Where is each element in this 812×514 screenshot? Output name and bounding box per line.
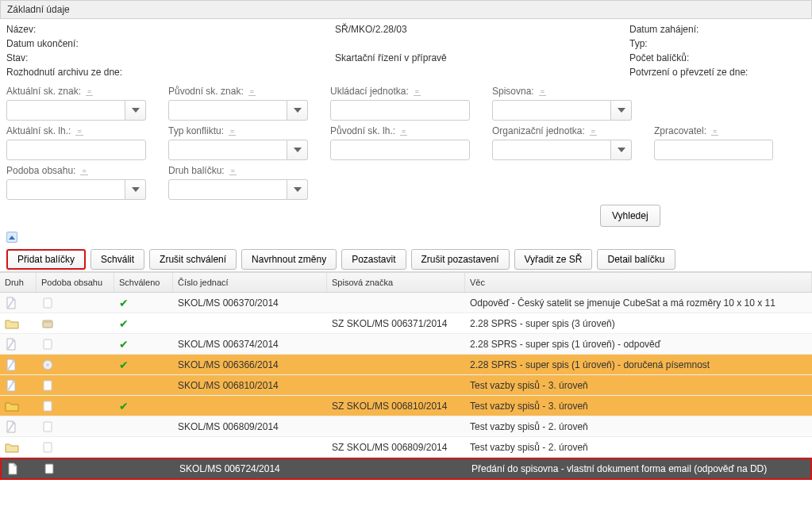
value-stav: Skartační řízení v přípravě bbox=[335, 52, 447, 63]
input-puv-sk-znak[interactable] bbox=[168, 100, 287, 121]
input-druh-balicku[interactable] bbox=[168, 179, 287, 200]
label-puv-sk-znak: Původní sk. znak: bbox=[168, 86, 244, 97]
label-akt-sk-znak: Aktuální sk. znak: bbox=[6, 86, 81, 97]
dropdown-druh-balicku[interactable] bbox=[287, 179, 308, 200]
results-grid: Druh Podoba obsahu Schváleno Číslo jedna… bbox=[0, 272, 812, 480]
label-podoba-obsahu: Podoba obsahu: bbox=[6, 165, 75, 176]
toolbar: Přidat balíčky Schválit Zrušit schválení… bbox=[0, 247, 812, 272]
eq-icon: = bbox=[590, 127, 597, 136]
cell-vec: Test vazby spisů - 2. úroveň bbox=[465, 442, 812, 453]
label-ukl-jednotka: Ukládací jednotka: bbox=[330, 86, 409, 97]
propose-changes-button[interactable]: Navrhnout změny bbox=[241, 249, 337, 270]
eq-icon: = bbox=[539, 87, 546, 96]
input-org-jednotka[interactable] bbox=[492, 140, 611, 160]
table-row[interactable]: SKOL/MS 006724/2014Předání do spisovna -… bbox=[0, 458, 812, 480]
label-potvrzeni: Potvrzení o převzetí ze dne: bbox=[629, 67, 748, 78]
dropdown-spisovna[interactable] bbox=[611, 100, 632, 121]
cell-schvaleno: ✔ bbox=[114, 297, 173, 309]
input-zpracovatel[interactable] bbox=[654, 140, 773, 160]
eq-icon: = bbox=[229, 127, 236, 136]
cell-cj: SKOL/MS 006724/2014 bbox=[175, 463, 329, 474]
label-akt-sk-lh: Aktuální sk. lh.: bbox=[6, 125, 71, 136]
col-sz[interactable]: Spisová značka bbox=[327, 273, 465, 292]
cell-podoba-icon bbox=[37, 400, 114, 412]
check-icon: ✔ bbox=[119, 297, 129, 309]
dropdown-org-jednotka[interactable] bbox=[611, 140, 632, 160]
col-podoba[interactable]: Podoba obsahu bbox=[37, 273, 114, 292]
label-typ-konfliktu: Typ konfliktu: bbox=[168, 125, 224, 136]
cell-podoba-icon bbox=[37, 297, 114, 309]
label-zpracovatel: Zpracovatel: bbox=[654, 125, 706, 136]
table-row[interactable]: ✔SKOL/MS 006366/20142.28 SPRS - super sp… bbox=[0, 355, 812, 375]
dropdown-puv-sk-znak[interactable] bbox=[287, 100, 308, 121]
cell-druh-icon bbox=[0, 420, 37, 433]
table-row[interactable]: SZ SKOL/MS 006809/2014Test vazby spisů -… bbox=[0, 437, 812, 458]
eq-icon: = bbox=[86, 87, 93, 96]
col-druh[interactable]: Druh bbox=[0, 273, 37, 292]
col-schvaleno[interactable]: Schváleno bbox=[114, 273, 173, 292]
cell-druh-icon bbox=[0, 318, 37, 329]
eq-icon: = bbox=[711, 127, 718, 136]
cell-podoba-icon bbox=[37, 359, 114, 371]
remove-button[interactable]: Vyřadit ze SŘ bbox=[514, 249, 593, 270]
table-row[interactable]: SKOL/MS 006809/2014Test vazby spisů - 2.… bbox=[0, 416, 812, 437]
table-row[interactable]: ✔SKOL/MS 006370/2014Odpověď - Český sate… bbox=[0, 293, 812, 313]
cell-vec: Odpověď - Český satelit se jmenuje CubeS… bbox=[465, 297, 812, 309]
search-button[interactable]: Vyhledej bbox=[600, 205, 660, 227]
input-puv-sk-lh[interactable] bbox=[330, 140, 470, 160]
info-section: Název: SŘ/MKO/2.28/03 Datum zahájení: Da… bbox=[0, 19, 812, 82]
table-row[interactable]: ✔SZ SKOL/MS 006371/20142.28 SPRS - super… bbox=[0, 313, 812, 334]
cell-druh-icon bbox=[0, 359, 37, 371]
panel-title: Základní údaje bbox=[0, 0, 812, 19]
label-datum-ukonceni: Datum ukončení: bbox=[6, 38, 79, 49]
dropdown-akt-sk-znak[interactable] bbox=[125, 100, 146, 121]
table-row[interactable]: ✔SKOL/MS 006374/20142.28 SPRS - super sp… bbox=[0, 334, 812, 355]
eq-icon: = bbox=[75, 127, 83, 136]
dropdown-podoba-obsahu[interactable] bbox=[125, 179, 146, 200]
label-puv-sk-lh: Původní sk. lh.: bbox=[330, 125, 395, 136]
approve-button[interactable]: Schválit bbox=[90, 249, 144, 270]
col-cj[interactable]: Číslo jednací bbox=[173, 273, 327, 292]
label-org-jednotka: Organizační jednotka: bbox=[492, 125, 585, 136]
cell-podoba-icon bbox=[37, 379, 114, 392]
label-spisovna: Spisovna: bbox=[492, 86, 534, 97]
cell-cj: SKOL/MS 006370/2014 bbox=[173, 297, 327, 309]
cell-druh-icon bbox=[2, 462, 38, 475]
suspend-button[interactable]: Pozastavit bbox=[341, 249, 406, 270]
cancel-approval-button[interactable]: Zrušit schválení bbox=[149, 249, 237, 270]
cell-cj: SKOL/MS 006809/2014 bbox=[173, 421, 327, 432]
input-ukl-jednotka[interactable] bbox=[330, 100, 470, 121]
cell-sz: SZ SKOL/MS 006809/2014 bbox=[327, 442, 465, 453]
table-row[interactable]: ✔SZ SKOL/MS 006810/2014Test vazby spisů … bbox=[0, 396, 812, 416]
cell-schvaleno: ✔ bbox=[114, 400, 173, 412]
check-icon: ✔ bbox=[119, 359, 129, 371]
filters-section: Aktuální sk. znak:= Původní sk. znak:= U… bbox=[0, 82, 812, 200]
cell-druh-icon bbox=[0, 401, 37, 412]
collapse-toggle[interactable] bbox=[6, 232, 17, 243]
label-typ: Typ: bbox=[629, 38, 648, 49]
detail-button[interactable]: Detail balíčku bbox=[597, 249, 675, 270]
input-akt-sk-znak[interactable] bbox=[6, 100, 125, 121]
cell-vec: 2.28 SPRS - super spis (3 úroveň) bbox=[465, 318, 812, 329]
dropdown-typ-konfliktu[interactable] bbox=[287, 140, 308, 160]
cancel-suspend-button[interactable]: Zrušit pozastavení bbox=[411, 249, 510, 270]
input-podoba-obsahu[interactable] bbox=[6, 179, 125, 200]
eq-icon: = bbox=[414, 87, 421, 96]
eq-icon: = bbox=[248, 87, 256, 96]
cell-druh-icon bbox=[0, 379, 37, 392]
table-row[interactable]: SKOL/MS 006810/2014Test vazby spisů - 3.… bbox=[0, 375, 812, 396]
cell-podoba-icon bbox=[37, 441, 114, 454]
input-typ-konfliktu[interactable] bbox=[168, 140, 287, 160]
input-spisovna[interactable] bbox=[492, 100, 611, 121]
check-icon: ✔ bbox=[119, 338, 129, 351]
add-packages-button[interactable]: Přidat balíčky bbox=[6, 249, 86, 270]
label-datum-zahajeni: Datum zahájení: bbox=[629, 24, 698, 35]
value-nazev: SŘ/MKO/2.28/03 bbox=[335, 24, 407, 35]
cell-vec: Předání do spisovna - vlastní dokument f… bbox=[467, 463, 810, 474]
input-akt-sk-lh[interactable] bbox=[6, 140, 146, 160]
cell-schvaleno: ✔ bbox=[114, 338, 173, 351]
cell-podoba-icon bbox=[37, 420, 114, 433]
cell-druh-icon bbox=[0, 442, 37, 453]
col-vec[interactable]: Věc bbox=[465, 273, 812, 292]
cell-sz: SZ SKOL/MS 006371/2014 bbox=[327, 318, 465, 329]
